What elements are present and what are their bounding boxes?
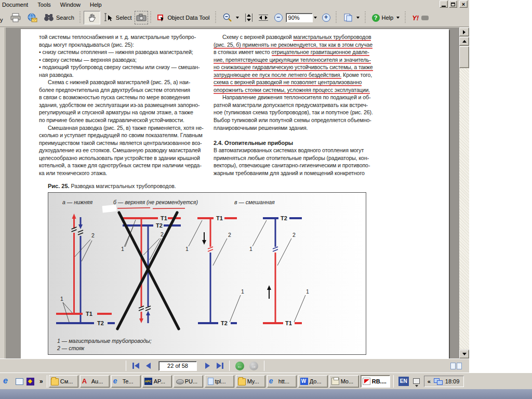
menu-item-tools[interactable]: Tools — [33, 1, 55, 8]
taskbar-button[interactable]: htt... — [267, 375, 297, 388]
taskbar-button[interactable]: My... — [236, 375, 265, 388]
figure-25-drawing: а — нижняя б — верхняя (не рекомендуется… — [48, 193, 366, 354]
language-indicator[interactable]: EN — [398, 377, 409, 386]
fit-width-button[interactable] — [256, 11, 271, 24]
status-bar: 22 of 58 ← → — [0, 358, 469, 373]
zoom-level-dropdown-icon[interactable] — [314, 17, 317, 19]
page-display-dropdown-icon[interactable] — [356, 17, 360, 19]
help-dropdown-icon[interactable] — [396, 17, 400, 19]
scrollbar-track[interactable] — [459, 46, 469, 349]
restore-button[interactable] — [449, 1, 457, 8]
search-button[interactable]: Search — [41, 11, 77, 24]
taskbar-button[interactable]: См... — [49, 375, 78, 388]
navigation-pane-edge[interactable] — [0, 28, 5, 358]
text-line: Выбор тупиковой или попутной схемы опред… — [214, 116, 387, 124]
menu-item-document[interactable]: Document — [0, 1, 32, 8]
taskbar-button[interactable]: До... — [298, 375, 328, 388]
email-button[interactable] — [24, 11, 41, 24]
taskbar-button[interactable]: Mo... — [329, 375, 359, 388]
word-icon — [300, 378, 308, 385]
purple-app-icon[interactable] — [26, 378, 34, 385]
zoom-tool-dropdown-icon[interactable] — [236, 17, 239, 19]
clipped-toolbar-button[interactable]: y — [0, 12, 7, 23]
menu-item-window[interactable]: Window — [56, 1, 85, 8]
hand-tool-button[interactable] — [84, 11, 100, 24]
figure-legend-1: 1 — магистральные трубопроводы; — [57, 338, 152, 344]
object-data-label: Object Data Tool — [167, 15, 209, 21]
select-tool-button[interactable]: Select — [100, 11, 135, 24]
toolbar-grip[interactable] — [335, 11, 338, 24]
fit-page-button[interactable] — [242, 11, 256, 24]
toolbar-grip[interactable] — [215, 11, 217, 24]
red-underlined-text: опорожнить стояки системы, усложняя проц… — [214, 87, 370, 93]
network-icon[interactable] — [434, 378, 442, 384]
toolbar-grip[interactable] — [150, 11, 152, 24]
snapshot-tool-button[interactable] — [135, 11, 148, 24]
object-data-tool-button[interactable]: Object Data Tool — [154, 11, 212, 24]
taskbar-button[interactable]: tpl... — [205, 375, 234, 388]
clock[interactable]: 18:09 — [445, 378, 460, 384]
t1-label: Т1 — [216, 215, 223, 221]
zoom-level-field[interactable]: 90% — [286, 13, 313, 22]
taskbar-button[interactable]: AP... — [142, 375, 172, 388]
vertical-scrollbar[interactable] — [459, 28, 469, 358]
next-view-button[interactable]: → — [249, 362, 258, 370]
pane-expand-button[interactable] — [459, 28, 469, 36]
page-display-button[interactable] — [340, 11, 363, 24]
callout-1: 1 — [249, 246, 252, 252]
page-layout-icon[interactable] — [450, 363, 456, 369]
internet-explorer-icon[interactable] — [3, 377, 12, 386]
menu-item-help[interactable]: Help — [86, 1, 106, 8]
page-layout-icon[interactable] — [457, 363, 462, 369]
close-button[interactable]: × — [459, 1, 468, 8]
previous-page-button[interactable] — [142, 361, 154, 371]
desktop: DocumentToolsWindowHelp × y — [0, 0, 532, 399]
print-button[interactable] — [7, 11, 24, 24]
t2-label: Т2 — [97, 320, 104, 326]
taskbar-button[interactable]: PU... — [174, 375, 203, 388]
zoom-in-button[interactable]: + — [319, 11, 334, 24]
fit-page-icon — [245, 14, 252, 22]
quick-launch — [0, 377, 37, 386]
text-line: духоудаление из ее стояков. Смешанную ра… — [39, 147, 212, 154]
scrollbar-thumb[interactable] — [459, 46, 469, 68]
text-line: регулирующей и спускной арматуры на одно… — [39, 109, 212, 116]
text-line: Схема с нижней разводкой магистралей (ри… — [39, 78, 212, 86]
camera-icon — [136, 13, 147, 22]
page-number-field[interactable]: 22 of 58 — [158, 361, 197, 371]
toolbar-grip[interactable] — [79, 11, 82, 24]
help-button[interactable]: ? Help — [369, 11, 403, 24]
text-line: более предпочтительна для двухтрубных си… — [39, 86, 212, 94]
text-line: в связи с возможностью пуска системы по … — [39, 94, 212, 101]
zoom-tool-button[interactable] — [219, 11, 242, 24]
scroll-down-button[interactable] — [459, 350, 469, 358]
text-line: ка или технического этажа. — [39, 169, 212, 177]
show-desktop-icon[interactable] — [16, 378, 23, 385]
document-canvas[interactable]: той системы теплоснабжения и т. д. магис… — [6, 28, 459, 358]
last-page-button[interactable] — [214, 361, 226, 371]
text-line: в стояках имеет место отрицательное грав… — [214, 48, 387, 56]
yahoo-messenger-button[interactable]: Y! — [409, 11, 432, 24]
tray-collapse-chevron[interactable]: « — [428, 378, 431, 384]
toolbar-grip[interactable] — [364, 11, 367, 24]
text-line: затрудняющее ее пуск после летнего безде… — [214, 71, 387, 79]
taskbar-button[interactable]: Au... — [80, 375, 110, 388]
scroll-up-button[interactable] — [459, 37, 469, 46]
text-line: Схему с верхней разводкой магистральных … — [214, 33, 387, 41]
quick-launch-overflow-chevron[interactable]: » — [39, 378, 43, 385]
taskbar-button[interactable]: RB.... — [361, 375, 390, 388]
minimize-button[interactable] — [440, 1, 448, 8]
toolbar-dock-icon[interactable] — [413, 378, 420, 384]
next-page-button[interactable] — [201, 361, 214, 371]
page-layout-icons[interactable] — [450, 363, 462, 369]
zoom-out-button[interactable]: − — [271, 11, 286, 24]
previous-view-button[interactable]: ← — [235, 362, 244, 370]
task-buttons: См...Au...Te...AP...PU...tpl...My...htt.… — [49, 375, 392, 388]
taskbar-button[interactable]: Te... — [111, 375, 141, 388]
text-line: схема с верхней разводкой не позволяет ц… — [214, 78, 387, 86]
section-heading: 2.4. Отопительные приборы — [214, 139, 387, 147]
toolbar-grip[interactable] — [404, 11, 407, 24]
first-page-button[interactable] — [129, 361, 142, 371]
text-line: здания, удобством ее эксплуатации из-за … — [39, 101, 212, 109]
text-line: целесообразно использовать при устройств… — [39, 154, 212, 162]
